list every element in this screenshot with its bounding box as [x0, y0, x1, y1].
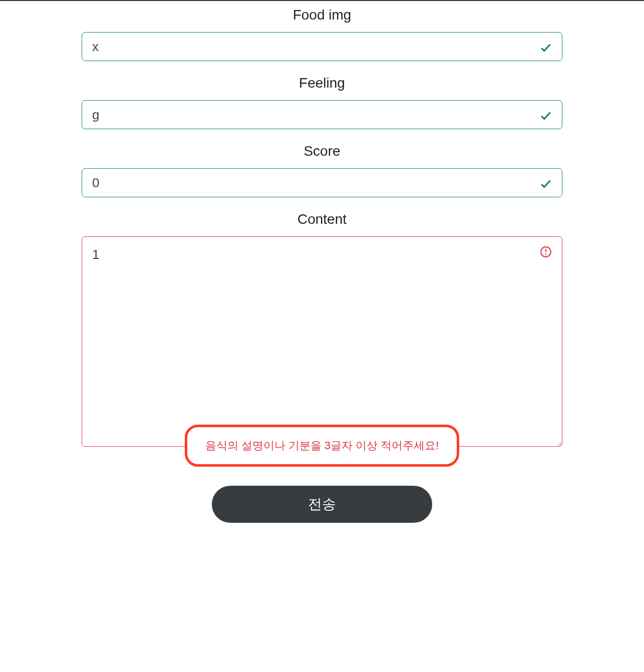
- food-img-input[interactable]: [82, 32, 562, 61]
- error-icon: [539, 245, 552, 258]
- submit-row: 전송: [82, 486, 562, 523]
- feeling-label: Feeling: [82, 75, 562, 91]
- content-label: Content: [82, 211, 562, 227]
- score-group: Score: [82, 143, 562, 197]
- feeling-input[interactable]: [82, 100, 562, 129]
- feeling-group: Feeling: [82, 75, 562, 129]
- check-icon: [539, 41, 552, 54]
- score-label: Score: [82, 143, 562, 159]
- feeling-input-wrapper: [82, 100, 562, 129]
- content-input-wrapper: [82, 236, 562, 449]
- submit-button[interactable]: 전송: [212, 486, 432, 523]
- score-input[interactable]: [82, 168, 562, 197]
- score-input-wrapper: [82, 168, 562, 197]
- check-icon: [539, 177, 552, 190]
- check-icon: [539, 109, 552, 122]
- form-container: Food img Feeling Score Content: [72, 1, 572, 553]
- food-img-input-wrapper: [82, 32, 562, 61]
- content-error-message: 음식의 설명이나 기분을 3글자 이상 적어주세요!: [185, 425, 460, 467]
- food-img-group: Food img: [82, 7, 562, 61]
- food-img-label: Food img: [82, 7, 562, 23]
- svg-point-2: [546, 254, 546, 255]
- content-textarea[interactable]: [82, 236, 562, 447]
- content-group: Content 음식의 설명이나 기분을 3글자 이상 적어주세요!: [82, 211, 562, 496]
